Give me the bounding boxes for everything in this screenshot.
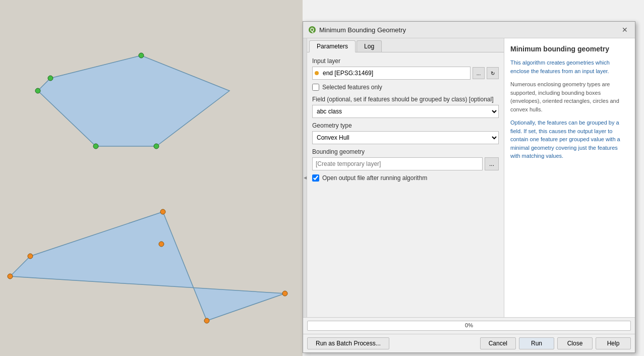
progress-area: 0% xyxy=(303,317,635,334)
field-select[interactable]: abc class xyxy=(312,105,499,118)
svg-point-10 xyxy=(159,242,164,247)
dialog-titlebar: Q Minimum Bounding Geometry ✕ xyxy=(303,22,635,38)
svg-point-4 xyxy=(93,144,98,149)
run-batch-button[interactable]: Run as Batch Process... xyxy=(307,337,389,349)
map-canvas xyxy=(0,0,303,356)
tab-log[interactable]: Log xyxy=(357,40,382,52)
form-area: Input layer ... ↻ Selected features only xyxy=(307,52,504,317)
open-output-label: Open output file after running algorithm xyxy=(322,174,427,182)
bounding-geometry-label: Bounding geometry xyxy=(312,148,499,155)
bounding-geometry-row: ... xyxy=(312,157,499,170)
help-panel: Minimum bounding geometry This algorithm… xyxy=(504,38,635,317)
close-button[interactable]: ✕ xyxy=(620,25,630,35)
field-label: Field (optional, set if features should … xyxy=(312,96,499,103)
help-para2: Numerous enclosing geometry types are su… xyxy=(510,80,629,113)
svg-marker-0 xyxy=(38,55,229,146)
svg-point-11 xyxy=(282,291,287,296)
input-layer-field xyxy=(312,67,471,80)
progress-bar-bg: 0% xyxy=(307,321,631,331)
svg-point-8 xyxy=(28,254,33,259)
svg-marker-6 xyxy=(10,212,285,321)
main-panel: Parameters Log Input layer ... ↻ xyxy=(307,38,504,317)
help-button[interactable]: Help xyxy=(596,337,631,349)
input-layer-label: Input layer xyxy=(312,57,499,65)
open-output-row: Open output file after running algorithm xyxy=(312,174,499,182)
help-para3: Optionally, the features can be grouped … xyxy=(510,118,629,160)
close-dialog-button[interactable]: Close xyxy=(557,337,593,349)
tab-parameters[interactable]: Parameters xyxy=(309,40,356,52)
progress-label: 0% xyxy=(308,322,630,328)
minimum-bounding-geometry-dialog: Q Minimum Bounding Geometry ✕ Parameters… xyxy=(303,21,635,353)
run-button[interactable]: Run xyxy=(519,337,554,349)
qgis-logo-icon: Q xyxy=(308,26,316,34)
cancel-button[interactable]: Cancel xyxy=(480,337,516,349)
help-para1: This algorithm creates geometries which … xyxy=(510,58,629,75)
input-layer-dots-button[interactable]: ... xyxy=(473,67,485,79)
svg-point-1 xyxy=(139,53,144,58)
selected-features-label: Selected features only xyxy=(322,84,382,91)
dialog-title: Minimum Bounding Geometry xyxy=(319,26,406,34)
layer-dot-icon xyxy=(315,71,319,75)
svg-point-9 xyxy=(8,274,13,279)
svg-point-3 xyxy=(35,88,40,93)
input-layer-input[interactable] xyxy=(321,70,470,77)
selected-features-checkbox[interactable] xyxy=(312,84,319,91)
tabs-bar: Parameters Log xyxy=(307,38,504,52)
svg-point-7 xyxy=(160,209,165,214)
svg-point-12 xyxy=(204,318,209,323)
svg-point-2 xyxy=(48,76,53,81)
svg-text:Q: Q xyxy=(310,27,314,33)
bottom-buttons: Run as Batch Process... Cancel Run Close… xyxy=(303,334,635,352)
geometry-type-select[interactable]: Convex Hull Bounding Box Minimum Enclosi… xyxy=(312,131,499,144)
title-left: Q Minimum Bounding Geometry xyxy=(308,26,406,34)
input-layer-row: ... ↻ xyxy=(312,67,499,80)
selected-features-row: Selected features only xyxy=(312,84,499,91)
input-layer-refresh-button[interactable]: ↻ xyxy=(487,67,499,79)
geometry-type-label: Geometry type xyxy=(312,122,499,129)
open-output-checkbox[interactable] xyxy=(312,174,319,182)
bounding-geometry-button[interactable]: ... xyxy=(485,157,499,170)
dialog-body: Parameters Log Input layer ... ↻ xyxy=(303,38,635,317)
collapse-handle[interactable] xyxy=(303,38,307,317)
svg-point-5 xyxy=(154,144,159,149)
bounding-geometry-input[interactable] xyxy=(312,157,483,170)
input-prefix xyxy=(313,71,321,75)
help-title: Minimum bounding geometry xyxy=(510,44,629,53)
